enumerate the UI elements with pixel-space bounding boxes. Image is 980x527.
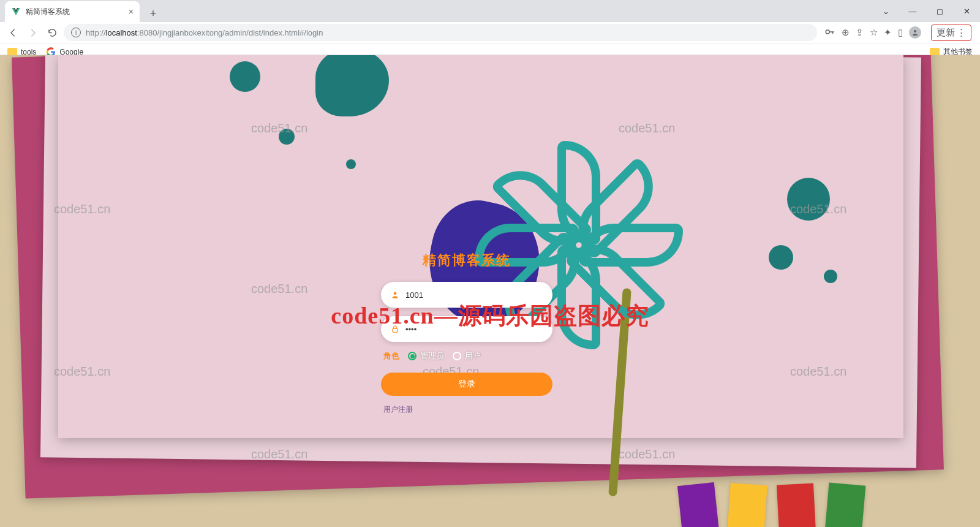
paint-splat-icon bbox=[346, 159, 356, 169]
radio-selected-icon bbox=[408, 352, 417, 360]
sticky-note-icon bbox=[777, 483, 816, 527]
role-option-admin[interactable]: 管理员 bbox=[408, 351, 444, 362]
radio-unselected-icon bbox=[453, 352, 461, 360]
zoom-icon[interactable]: ⊕ bbox=[842, 27, 850, 38]
browser-update-button[interactable]: 更新⋮ bbox=[931, 25, 971, 41]
page-viewport: 精简博客系统 角色 管理员 用户 登录 用户注册 code51.cn code5… bbox=[0, 55, 980, 527]
tab-close-icon[interactable]: × bbox=[129, 7, 134, 17]
user-icon bbox=[391, 290, 399, 299]
svg-point-1 bbox=[914, 30, 916, 32]
username-input[interactable] bbox=[405, 290, 543, 300]
back-button[interactable] bbox=[5, 25, 21, 40]
close-window-icon[interactable]: ✕ bbox=[953, 7, 980, 16]
login-title: 精简博客系统 bbox=[381, 251, 552, 270]
browser-chrome: 精简博客系统 × + ⌄ — ◻ ✕ i http://localhost:80… bbox=[0, 0, 980, 55]
forward-button[interactable] bbox=[24, 25, 40, 40]
vue-favicon-icon bbox=[11, 7, 21, 17]
side-panel-icon[interactable]: ▯ bbox=[898, 27, 903, 38]
tab-strip: 精简博客系统 × + ⌄ — ◻ ✕ bbox=[0, 0, 980, 22]
svg-point-0 bbox=[826, 30, 829, 34]
sticky-note-icon bbox=[727, 483, 767, 527]
site-info-icon[interactable]: i bbox=[71, 28, 81, 37]
browser-tab[interactable]: 精简博客系统 × bbox=[5, 1, 140, 22]
svg-point-2 bbox=[394, 292, 397, 295]
paint-splat-icon bbox=[769, 245, 793, 270]
chevron-down-icon[interactable]: ⌄ bbox=[872, 7, 899, 16]
maximize-icon[interactable]: ◻ bbox=[926, 7, 953, 16]
paint-splat-icon bbox=[230, 61, 260, 92]
paint-splat-icon bbox=[787, 178, 830, 221]
share-icon[interactable]: ⇪ bbox=[856, 27, 864, 38]
login-button[interactable]: 登录 bbox=[381, 373, 552, 396]
reload-button[interactable] bbox=[44, 25, 60, 40]
role-label: 角色 bbox=[383, 351, 399, 362]
password-input[interactable] bbox=[405, 325, 543, 334]
sticky-note-icon bbox=[825, 483, 866, 527]
window-controls: ⌄ — ◻ ✕ bbox=[872, 0, 980, 22]
url-text: http://localhost:8080/jingjianbokexitong… bbox=[86, 28, 323, 37]
toolbar-icons: ⊕ ⇪ ☆ ✦ ▯ 更新⋮ bbox=[821, 25, 975, 41]
new-tab-button[interactable]: + bbox=[145, 5, 162, 22]
address-bar[interactable]: i http://localhost:8080/jingjianbokexito… bbox=[64, 24, 817, 41]
tab-title: 精简博客系统 bbox=[26, 7, 70, 17]
password-key-icon[interactable] bbox=[824, 26, 835, 39]
username-field-wrapper bbox=[381, 282, 552, 308]
sticky-note-icon bbox=[677, 482, 719, 527]
role-radio-group: 角色 管理员 用户 bbox=[383, 351, 550, 362]
role-option-user[interactable]: 用户 bbox=[453, 351, 481, 362]
register-link[interactable]: 用户注册 bbox=[381, 404, 552, 415]
paint-splat-icon bbox=[315, 55, 389, 116]
svg-rect-3 bbox=[393, 328, 398, 332]
extensions-icon[interactable]: ✦ bbox=[884, 27, 892, 38]
password-field-wrapper bbox=[381, 316, 552, 342]
paint-splat-icon bbox=[279, 129, 295, 145]
login-form: 精简博客系统 角色 管理员 用户 登录 用户注册 bbox=[381, 251, 552, 415]
address-bar-row: i http://localhost:8080/jingjianbokexito… bbox=[0, 22, 980, 43]
lock-icon bbox=[391, 325, 399, 333]
paint-splat-icon bbox=[824, 270, 837, 283]
minimize-icon[interactable]: — bbox=[899, 7, 926, 16]
bookmark-star-icon[interactable]: ☆ bbox=[870, 27, 878, 38]
profile-avatar-icon[interactable] bbox=[909, 26, 921, 39]
